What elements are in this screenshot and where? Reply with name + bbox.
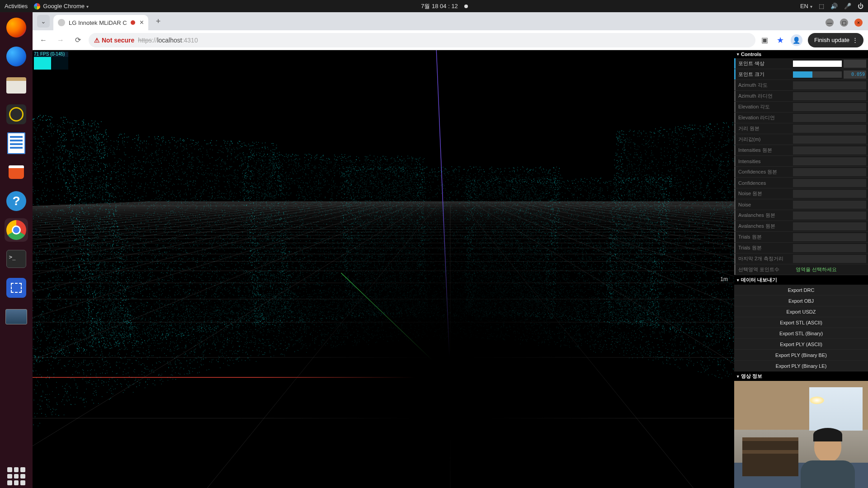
not-secure-label: Not secure [102, 37, 134, 44]
last2-dist-field[interactable] [793, 255, 866, 263]
folder-video[interactable]: 영상 정보 [734, 371, 868, 381]
window-minimize-button[interactable]: — [826, 19, 834, 27]
dock-software[interactable] [5, 160, 28, 184]
tab-title: LG Innotek MLiDAR C [69, 19, 127, 26]
trials-raw2-field[interactable] [793, 244, 866, 252]
point-color-swatch[interactable] [793, 61, 842, 67]
row-point-size: 포인트 크기 0.059 [734, 69, 868, 80]
nav-back-button[interactable]: ← [37, 34, 50, 47]
warning-icon: ⚠ [94, 37, 100, 44]
point-size-value[interactable]: 0.059 [844, 70, 866, 79]
camera-access-icon[interactable]: ▣ [760, 35, 770, 45]
sel-point-msg: 영역을 선택하세요 [793, 266, 866, 273]
folder-controls[interactable]: Controls [734, 50, 868, 58]
row-point-color: 포인트 색상 [734, 58, 868, 69]
ubuntu-dock: ? [0, 12, 33, 488]
webcam-preview[interactable] [734, 381, 868, 488]
bookmark-star-icon[interactable]: ★ [775, 35, 785, 45]
export-ply-le-button[interactable]: Export PLY (Binary LE) [734, 361, 868, 371]
terminal-icon [6, 250, 26, 268]
dock-help[interactable]: ? [5, 189, 28, 213]
window-maximize-button[interactable]: ▢ [840, 19, 848, 27]
intensities-raw-field[interactable] [793, 146, 866, 155]
lidar-viewport[interactable]: 71 FPS (0-145) 1m Controls 포인트 색상 포인트 크기… [33, 50, 868, 488]
export-ply-be-button[interactable]: Export PLY (Binary BE) [734, 350, 868, 361]
finish-update-button[interactable]: Finish update ⋮ [808, 33, 863, 47]
dock-show-apps[interactable] [5, 465, 28, 488]
profile-avatar[interactable]: 👤 [791, 34, 802, 46]
azimuth-rad-field[interactable] [793, 92, 866, 100]
url-text: https://localhost:4310 [138, 37, 198, 44]
noise-field[interactable] [793, 201, 866, 209]
export-drc-button[interactable]: Export DRC [734, 285, 868, 296]
controls-panel: Controls 포인트 색상 포인트 크기 0.059 Azimuth 각도 … [734, 50, 868, 488]
dock-thunderbird[interactable] [5, 45, 28, 68]
search-tabs-button[interactable] [37, 15, 50, 28]
new-tab-button[interactable]: + [152, 15, 165, 28]
clock[interactable]: 7월 18 04 : 12 [421, 2, 458, 10]
chrome-app-icon [6, 220, 26, 240]
dock-writer[interactable] [5, 131, 28, 155]
export-obj-button[interactable]: Export OBJ [734, 296, 868, 306]
axis-scale-1m: 1m [720, 276, 728, 282]
security-chip[interactable]: ⚠ Not secure [94, 37, 134, 44]
app-menu[interactable]: Google Chrome [34, 3, 89, 9]
chrome-menu-icon[interactable]: ⋮ [852, 37, 857, 43]
network-icon[interactable]: ⬚ [819, 3, 824, 9]
avalanches-raw2-field[interactable] [793, 222, 866, 230]
fps-label: 71 FPS (0-145) [34, 52, 65, 56]
noise-raw-field[interactable] [793, 190, 866, 198]
intensities-field[interactable] [793, 157, 866, 165]
dock-terminal[interactable] [5, 247, 28, 271]
export-stl-ascii-button[interactable]: Export STL (ASCII) [734, 317, 868, 328]
tab-close-button[interactable]: × [140, 19, 144, 27]
point-size-slider[interactable] [793, 71, 842, 78]
thumbnail-icon [5, 309, 27, 324]
dock-screenshot[interactable] [5, 276, 28, 300]
export-usdz-button[interactable]: Export USDZ [734, 306, 868, 317]
chrome-window: LG Innotek MLiDAR C × + — ▢ × ← → ⟳ ⚠ No… [33, 12, 868, 488]
dock-files[interactable] [5, 74, 28, 97]
activities-button[interactable]: Activities [5, 3, 28, 9]
nav-reload-button[interactable]: ⟳ [71, 34, 84, 47]
range-m-field[interactable] [793, 136, 866, 144]
tab-favicon-icon [58, 19, 65, 26]
webcam-shelf [742, 437, 798, 476]
point-color-extra[interactable] [844, 60, 866, 68]
writer-icon [7, 132, 25, 154]
dock-chrome[interactable] [5, 218, 28, 242]
microphone-icon[interactable]: 🎤 [844, 3, 851, 9]
tab-strip: LG Innotek MLiDAR C × + — ▢ × [33, 12, 868, 30]
window-close-button[interactable]: × [854, 19, 863, 27]
elevation-deg-field[interactable] [793, 103, 866, 111]
fps-graph [34, 57, 68, 70]
avalanches-raw-field[interactable] [793, 211, 866, 220]
power-icon[interactable]: ⏻ [858, 3, 863, 9]
address-bar[interactable]: ⚠ Not secure https://localhost:4310 [89, 33, 755, 47]
recording-indicator-icon [131, 20, 135, 25]
range-raw-field[interactable] [793, 125, 866, 133]
nav-forward-button[interactable]: → [54, 34, 67, 47]
app-menu-label: Google Chrome [43, 3, 89, 9]
input-language[interactable]: EN [800, 3, 812, 9]
dock-rhythmbox[interactable] [5, 103, 28, 126]
azimuth-deg-field[interactable] [793, 81, 866, 89]
export-ply-ascii-button[interactable]: Export PLY (ASCII) [734, 339, 868, 350]
folder-export[interactable]: 데이터 내보내기 [734, 275, 868, 285]
confidences-field[interactable] [793, 179, 866, 187]
dock-firefox[interactable] [5, 16, 28, 39]
thunderbird-icon [6, 47, 26, 66]
dock-image-thumb[interactable] [5, 305, 28, 328]
tab-lidar[interactable]: LG Innotek MLiDAR C × [53, 15, 148, 30]
trials-raw-field[interactable] [793, 233, 866, 241]
window-controls: — ▢ × [826, 19, 868, 30]
export-stl-binary-button[interactable]: Export STL (Binary) [734, 328, 868, 339]
volume-icon[interactable]: 🔊 [830, 3, 838, 9]
webcam-light [809, 396, 825, 404]
confidences-raw-field[interactable] [793, 168, 866, 176]
stats-panel[interactable]: 71 FPS (0-145) [34, 52, 68, 70]
elevation-rad-field[interactable] [793, 114, 866, 122]
files-icon [6, 77, 26, 94]
finish-update-label: Finish update [814, 37, 849, 43]
chrome-icon [34, 3, 40, 9]
